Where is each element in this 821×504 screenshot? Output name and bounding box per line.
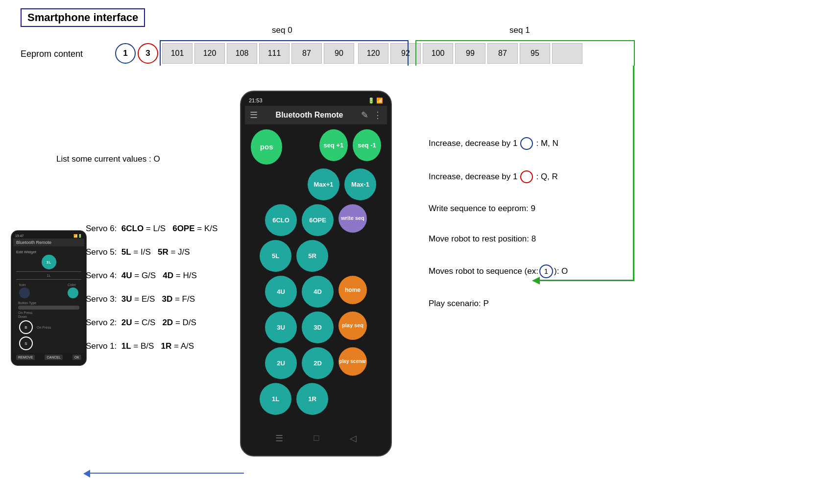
eeprom-trailing-cell	[552, 43, 582, 64]
red-circle-icon	[520, 170, 533, 183]
nav-home-icon[interactable]: □	[314, 433, 319, 444]
sp-circles-row-s: S	[16, 336, 81, 351]
servo2-label: Servo 2: 2U = C/S 2D = D/S	[86, 318, 217, 328]
annotation-increase-blue: Increase, decrease by 1 : M, N	[429, 137, 568, 150]
nav-back-icon[interactable]: ◁	[350, 433, 357, 444]
servo1-label: Servo 1: 1L = B/S 1R = A/S	[86, 341, 217, 351]
small-phone-body: Edit Widget 1L 1L Icon Color Button Type	[13, 246, 84, 353]
annotation-move-rest: Move robot to rest position: 8	[429, 234, 568, 244]
seq0-cells: 101 120 108 111 87 90	[162, 43, 355, 64]
btn-2u[interactable]: 2U	[265, 347, 297, 379]
more-icon[interactable]: ⋮	[373, 110, 382, 120]
btn-row-1: pos seq +1 seq -1	[251, 129, 381, 165]
seq0-cell-4: 87	[291, 43, 322, 64]
btn-row-3: 6CLO 6OPE write seq	[251, 204, 381, 236]
btn-row-5: 4U 4D home	[251, 276, 381, 308]
sp-color-btn[interactable]	[68, 288, 78, 298]
btn-max-minus[interactable]: Max-1	[344, 168, 376, 200]
btn-1l[interactable]: 1L	[260, 383, 291, 415]
seq1-cell-0: 120	[358, 43, 388, 64]
blue-circle-icon	[520, 137, 533, 150]
small-phone: 15:47 📶🔋 Bluetooth Remote Edit Widget 1L…	[11, 230, 87, 366]
sp-btn-1l[interactable]: 1L	[42, 255, 56, 269]
blue-arrow-head	[83, 470, 90, 478]
phone-body: pos seq +1 seq -1 Max+1 Max-1 6CLO	[245, 124, 387, 428]
btn-6clo[interactable]: 6CLO	[265, 204, 297, 236]
annotation-write-seq: Write sequence to eeprom: 9	[429, 204, 568, 214]
btn-pos[interactable]: pos	[251, 129, 282, 165]
servo-labels: Servo 6: 6CLO = L/S 6OPE = K/S Servo 5: …	[86, 224, 217, 365]
edit-icon[interactable]: ✎	[361, 110, 368, 120]
eeprom-cell-1: 1	[115, 43, 136, 64]
seq1-cell-1: 92	[390, 43, 421, 64]
sp-cancel-btn[interactable]: CANCEL	[45, 355, 62, 360]
btn-play-seq[interactable]: play seq	[338, 312, 367, 340]
servo3-label: Servo 3: 3U = E/S 3D = F/S	[86, 294, 217, 304]
btn-3d[interactable]: 3D	[302, 312, 334, 343]
edit-widget-label: Edit Widget	[16, 250, 81, 254]
btn-home[interactable]: home	[338, 276, 367, 304]
seq1-cell-4: 87	[487, 43, 518, 64]
seq-num-circle: 1	[539, 264, 553, 278]
sp-ok-btn[interactable]: OK	[72, 355, 81, 360]
seq0-cell-1: 120	[194, 43, 225, 64]
btn-row-6: 3U 3D play seq	[251, 312, 381, 343]
nav-menu-icon[interactable]: ☰	[275, 433, 283, 444]
blue-underline	[87, 473, 244, 474]
sp-icon-btn[interactable]	[19, 288, 30, 298]
page-title: Smartphone interface	[21, 8, 145, 27]
annotation-increase-red: Increase, decrease by 1 : Q, R	[429, 170, 568, 183]
btn-seq-plus[interactable]: seq +1	[319, 129, 348, 161]
seq0-cell-0: 101	[162, 43, 193, 64]
small-phone-header: Bluetooth Remote	[13, 239, 84, 246]
phone-header: ☰ Bluetooth Remote ✎ ⋮	[245, 106, 387, 124]
on-press-label: On Press	[18, 311, 81, 314]
btn-row-4: 5L 5R	[251, 240, 381, 272]
seq0-label: seq 0	[272, 25, 292, 35]
sp-circles-row: B On Press	[16, 319, 81, 336]
btn-play-scenar[interactable]: play scenar	[338, 347, 367, 376]
eeprom-label: Eeprom content	[21, 49, 83, 59]
seq0-cell-5: 90	[324, 43, 354, 64]
btn-2d[interactable]: 2D	[302, 347, 334, 379]
phone-title: Bluetooth Remote	[263, 111, 356, 120]
eeprom-cell-2: 3	[138, 43, 158, 64]
btn-row-8: 1L 1R	[251, 383, 381, 415]
btn-3u[interactable]: 3U	[265, 312, 297, 343]
button-type-label: Button Type	[18, 301, 81, 305]
servo6-label: Servo 6: 6CLO = L/S 6OPE = K/S	[86, 224, 217, 234]
btn-1r[interactable]: 1R	[296, 383, 328, 415]
phone-status-bar: 21:53 🔋 📶	[245, 96, 387, 106]
servo5-label: Servo 5: 5L = I/S 5R = J/S	[86, 247, 217, 257]
sp-btn-row-1: 1L	[16, 255, 81, 269]
btn-4d[interactable]: 4D	[302, 276, 334, 308]
btn-5l[interactable]: 5L	[260, 240, 291, 272]
list-current-annotation: List some current values : O	[56, 154, 160, 164]
btn-seq-minus[interactable]: seq -1	[353, 129, 381, 161]
green-line-vertical	[633, 66, 634, 281]
sp-circle-b: B	[19, 320, 33, 334]
btn-row-7: 2U 2D play scenar	[251, 347, 381, 379]
btn-4u[interactable]: 4U	[265, 276, 297, 308]
sp-icon-row: Icon Color	[16, 282, 81, 300]
sp-row-label-1l: 1L	[16, 274, 81, 277]
btn-6ope[interactable]: 6OPE	[302, 204, 334, 236]
annotation-play-scenario: Play scenario: P	[429, 299, 568, 309]
btn-max-plus[interactable]: Max+1	[308, 168, 339, 200]
menu-icon[interactable]: ☰	[250, 110, 258, 120]
btn-5r[interactable]: 5R	[296, 240, 328, 272]
main-phone: 21:53 🔋 📶 ☰ Bluetooth Remote ✎ ⋮ pos seq…	[240, 91, 392, 456]
seq1-cell-5: 95	[520, 43, 550, 64]
annotation-move-seq: Moves robot to sequence (ex: 1 ): O	[429, 264, 568, 278]
seq1-label: seq 1	[509, 25, 530, 35]
servo4-label: Servo 4: 4U = G/S 4D = H/S	[86, 271, 217, 281]
seq1-cells: 120 92 100 99 87 95	[358, 43, 551, 64]
small-phone-status: 15:47 📶🔋	[13, 234, 84, 239]
green-arrow-head	[532, 277, 540, 285]
btn-write-seq[interactable]: write seq	[338, 204, 367, 233]
on-down-label: Down	[18, 315, 81, 318]
seq0-cell-2: 108	[227, 43, 257, 64]
btn-row-2: Max+1 Max-1	[251, 168, 381, 200]
right-panel: Increase, decrease by 1 : M, N Increase,…	[429, 137, 568, 309]
sp-remove-btn[interactable]: REMOVE	[16, 355, 35, 360]
